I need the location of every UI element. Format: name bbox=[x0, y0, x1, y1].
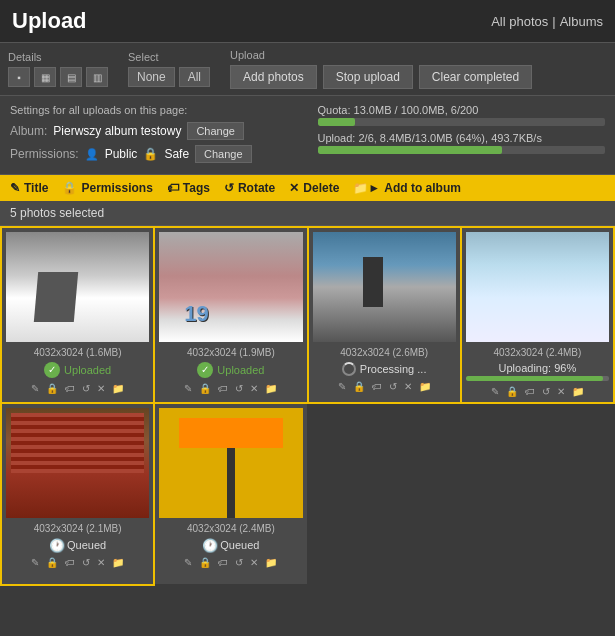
photo-edit-1[interactable]: ✎ bbox=[29, 382, 41, 395]
clear-completed-button[interactable]: Clear completed bbox=[419, 65, 532, 89]
photo-edit-5[interactable]: ✎ bbox=[29, 556, 41, 569]
upload-pct-bar-4 bbox=[466, 376, 609, 381]
photo-grid-row1: 4032x3024 (1.6MB) ✓ Uploaded ✎ 🔒 🏷 ↺ ✕ 📁… bbox=[0, 226, 615, 404]
photo-tag-3[interactable]: 🏷 bbox=[370, 380, 384, 393]
status-text-6: Queued bbox=[220, 539, 259, 551]
photo-info-1: 4032x3024 (1.6MB) bbox=[34, 346, 122, 360]
status-icon-3 bbox=[342, 362, 356, 376]
nav-all-photos[interactable]: All photos bbox=[491, 14, 548, 29]
photo-edit-4[interactable]: ✎ bbox=[489, 385, 501, 398]
details-icon-4[interactable]: ▥ bbox=[86, 67, 108, 87]
photo-tag-4[interactable]: 🏷 bbox=[523, 385, 537, 398]
upload-group: Upload Add photos Stop upload Clear comp… bbox=[230, 49, 532, 89]
photo-info-4: 4032x3024 (2.4MB) bbox=[493, 346, 581, 360]
photo-edit-3[interactable]: ✎ bbox=[336, 380, 348, 393]
status-text-1: Uploaded bbox=[64, 364, 111, 376]
photo-icon-row-1: ✎ 🔒 🏷 ↺ ✕ 📁 bbox=[29, 382, 126, 395]
details-icon-3[interactable]: ▤ bbox=[60, 67, 82, 87]
photo-cell-3[interactable]: 4032x3024 (2.6MB) Processing ... ✎ 🔒 🏷 ↺… bbox=[309, 228, 460, 402]
photo-rotate-1[interactable]: ↺ bbox=[80, 382, 92, 395]
photo-info-6: 4032x3024 (2.4MB) bbox=[187, 522, 275, 536]
status-icon-5: 🕐 bbox=[49, 538, 63, 552]
photo-tag-1[interactable]: 🏷 bbox=[63, 382, 77, 395]
settings-label: Settings for all uploads on this page: bbox=[10, 104, 298, 116]
upload-label: Upload bbox=[230, 49, 532, 61]
photo-info-5: 4032x3024 (2.1MB) bbox=[34, 522, 122, 536]
photo-lock-6[interactable]: 🔒 bbox=[197, 556, 213, 569]
action-rotate[interactable]: ↺ Rotate bbox=[224, 181, 275, 195]
photo-rotate-2[interactable]: ↺ bbox=[233, 382, 245, 395]
title-icon: ✎ bbox=[10, 181, 20, 195]
photo-rotate-6[interactable]: ↺ bbox=[233, 556, 245, 569]
page-header: Upload All photos | Albums bbox=[0, 0, 615, 43]
photo-rotate-4[interactable]: ↺ bbox=[540, 385, 552, 398]
action-delete[interactable]: ✕ Delete bbox=[289, 181, 339, 195]
photo-thumb-3 bbox=[313, 232, 456, 342]
tags-icon: 🏷 bbox=[167, 181, 179, 195]
action-permissions[interactable]: 🔒 Permissions bbox=[62, 181, 152, 195]
photo-cell-empty-1 bbox=[309, 404, 460, 584]
photo-album-5[interactable]: 📁 bbox=[110, 556, 126, 569]
photo-tag-6[interactable]: 🏷 bbox=[216, 556, 230, 569]
photo-delete-6[interactable]: ✕ bbox=[248, 556, 260, 569]
photo-cell-1[interactable]: 4032x3024 (1.6MB) ✓ Uploaded ✎ 🔒 🏷 ↺ ✕ 📁 bbox=[2, 228, 153, 402]
photo-album-4[interactable]: 📁 bbox=[570, 385, 586, 398]
controls-row: Details ▪ ▦ ▤ ▥ Select None All Upload A… bbox=[0, 43, 615, 96]
select-all-button[interactable]: All bbox=[179, 67, 210, 87]
stop-upload-button[interactable]: Stop upload bbox=[323, 65, 413, 89]
selection-bar: 5 photos selected bbox=[0, 201, 615, 226]
photo-album-6[interactable]: 📁 bbox=[263, 556, 279, 569]
status-icon-6: 🕐 bbox=[202, 538, 216, 552]
photo-tag-5[interactable]: 🏷 bbox=[63, 556, 77, 569]
photo-lock-3[interactable]: 🔒 bbox=[351, 380, 367, 393]
photo-cell-5[interactable]: 4032x3024 (2.1MB) 🕐 Queued ✎ 🔒 🏷 ↺ ✕ 📁 bbox=[2, 404, 153, 584]
delete-icon: ✕ bbox=[289, 181, 299, 195]
upload-progress-label: Upload: 2/6, 8.4MB/13.0MB (64%), 493.7KB… bbox=[318, 132, 606, 144]
photo-album-3[interactable]: 📁 bbox=[417, 380, 433, 393]
action-title[interactable]: ✎ Title bbox=[10, 181, 48, 195]
select-none-button[interactable]: None bbox=[128, 67, 175, 87]
photo-delete-3[interactable]: ✕ bbox=[402, 380, 414, 393]
photo-lock-2[interactable]: 🔒 bbox=[197, 382, 213, 395]
album-value: Pierwszy album testowy bbox=[53, 124, 181, 138]
photo-rotate-3[interactable]: ↺ bbox=[387, 380, 399, 393]
permissions-label: Permissions: bbox=[10, 147, 79, 161]
photo-lock-5[interactable]: 🔒 bbox=[44, 556, 60, 569]
photo-delete-5[interactable]: ✕ bbox=[95, 556, 107, 569]
photo-icon-row-3: ✎ 🔒 🏷 ↺ ✕ 📁 bbox=[336, 380, 433, 393]
action-tags[interactable]: 🏷 Tags bbox=[167, 181, 210, 195]
photo-delete-2[interactable]: ✕ bbox=[248, 382, 260, 395]
details-group: Details ▪ ▦ ▤ ▥ bbox=[8, 51, 108, 87]
action-add-album[interactable]: 📁► Add to album bbox=[353, 181, 461, 195]
album-change-button[interactable]: Change bbox=[187, 122, 244, 140]
add-photos-button[interactable]: Add photos bbox=[230, 65, 317, 89]
permissions-icon: 🔒 bbox=[62, 181, 77, 195]
photo-edit-6[interactable]: ✎ bbox=[182, 556, 194, 569]
details-icon-1[interactable]: ▪ bbox=[8, 67, 30, 87]
photo-album-1[interactable]: 📁 bbox=[110, 382, 126, 395]
permissions-change-button[interactable]: Change bbox=[195, 145, 252, 163]
nav-albums[interactable]: Albums bbox=[560, 14, 603, 29]
photo-cell-2[interactable]: 4032x3024 (1.9MB) ✓ Uploaded ✎ 🔒 🏷 ↺ ✕ 📁 bbox=[155, 228, 306, 402]
photo-status-2: ✓ Uploaded bbox=[197, 362, 264, 378]
status-text-3: Processing ... bbox=[360, 363, 427, 375]
photo-delete-4[interactable]: ✕ bbox=[555, 385, 567, 398]
photo-rotate-5[interactable]: ↺ bbox=[80, 556, 92, 569]
photo-edit-2[interactable]: ✎ bbox=[182, 382, 194, 395]
photo-cell-4[interactable]: 4032x3024 (2.4MB) Uploading: 96% ✎ 🔒 🏷 ↺… bbox=[462, 228, 613, 402]
upload-pct-fill-4 bbox=[466, 376, 604, 381]
photo-lock-1[interactable]: 🔒 bbox=[44, 382, 60, 395]
photo-album-2[interactable]: 📁 bbox=[263, 382, 279, 395]
details-icon-2[interactable]: ▦ bbox=[34, 67, 56, 87]
photo-tag-2[interactable]: 🏷 bbox=[216, 382, 230, 395]
details-label: Details bbox=[8, 51, 108, 63]
photo-icon-row-2: ✎ 🔒 🏷 ↺ ✕ 📁 bbox=[182, 382, 279, 395]
settings-row: Settings for all uploads on this page: A… bbox=[0, 96, 615, 175]
status-text-2: Uploaded bbox=[217, 364, 264, 376]
photo-lock-4[interactable]: 🔒 bbox=[504, 385, 520, 398]
photo-cell-6[interactable]: 4032x3024 (2.4MB) 🕐 Queued ✎ 🔒 🏷 ↺ ✕ 📁 bbox=[155, 404, 306, 584]
photo-status-5: 🕐 Queued bbox=[49, 538, 106, 552]
selection-count: 5 photos selected bbox=[10, 206, 104, 220]
photo-delete-1[interactable]: ✕ bbox=[95, 382, 107, 395]
photo-info-2: 4032x3024 (1.9MB) bbox=[187, 346, 275, 360]
